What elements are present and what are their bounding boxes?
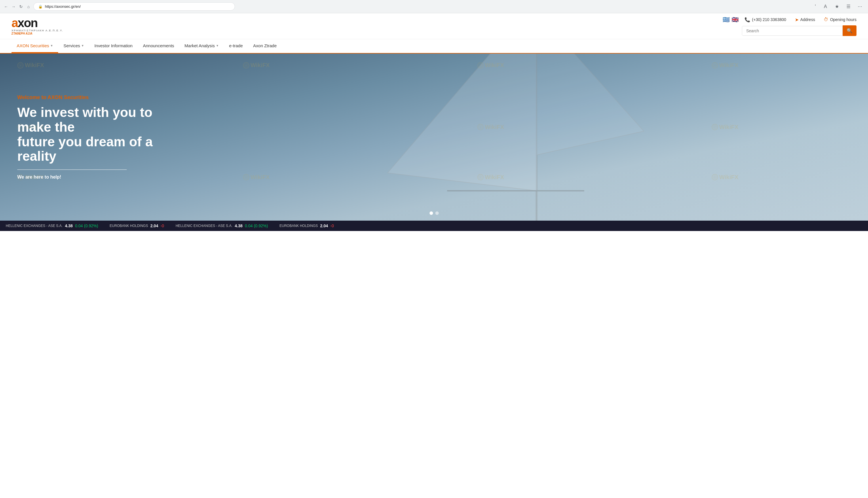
phone-icon: 📞 bbox=[745, 17, 750, 23]
phone-number: (+30) 210 3363800 bbox=[752, 17, 786, 22]
navbar: AXON Securities ▼ Services ▼ Investor In… bbox=[0, 39, 868, 54]
refresh-button[interactable]: ↻ bbox=[18, 4, 24, 9]
nav-etrade-label: e-trade bbox=[229, 43, 243, 48]
ticker-change-1: 0.04 (0.92%) bbox=[75, 223, 98, 228]
search-input[interactable] bbox=[742, 26, 842, 36]
logo-a: a bbox=[12, 16, 17, 30]
forward-button[interactable]: → bbox=[11, 4, 16, 9]
ticker-name-2-dup: EUROBANK HOLDINGS bbox=[280, 224, 318, 228]
ticker-item-1: HELLENIC EXCHANGES - ASE S.A. 4.38 0.04 … bbox=[6, 223, 98, 228]
ticker-item-2-dup: EUROBANK HOLDINGS 2.04 -0 bbox=[280, 223, 334, 228]
nav-announcements[interactable]: Announcements bbox=[138, 39, 179, 53]
ticker-scroll: HELLENIC EXCHANGES - ASE S.A. 4.38 0.04 … bbox=[6, 223, 334, 228]
collections-button[interactable]: ☰ bbox=[844, 2, 853, 11]
logo-brand[interactable]: axon bbox=[12, 17, 63, 29]
nav-ztrade-label: Axon Ztrade bbox=[253, 43, 277, 48]
english-flag[interactable]: 🇬🇧 bbox=[732, 16, 739, 23]
ticker-price-1: 4.38 bbox=[65, 223, 72, 228]
ticker-item-1-dup: HELLENIC EXCHANGES - ASE S.A. 4.38 0.04 … bbox=[176, 223, 268, 228]
ticker-name-2: EUROBANK HOLDINGS bbox=[110, 224, 148, 228]
nav-axon-ztrade[interactable]: Axon Ztrade bbox=[248, 39, 282, 53]
browser-actions: ︐ A ★ ☰ ⋯ bbox=[809, 2, 865, 11]
search-area: 🔍 bbox=[742, 25, 856, 36]
back-button[interactable]: ← bbox=[3, 4, 9, 9]
hero-subtitle: We are here to help! bbox=[17, 174, 184, 180]
nav-market-dropdown-icon: ▼ bbox=[216, 44, 219, 47]
search-input-wrap bbox=[742, 26, 843, 36]
hero-section: WikiFX WikiFX WikiFX WikiFX WikiFX WikiF… bbox=[0, 54, 868, 221]
nav-investor-information[interactable]: Investor Information bbox=[89, 39, 138, 53]
nav-announcements-label: Announcements bbox=[143, 43, 174, 48]
hero-title: We invest with you to make the future yo… bbox=[17, 105, 184, 163]
carousel-dots bbox=[429, 211, 439, 215]
phone-contact[interactable]: 📞 (+30) 210 3363800 bbox=[745, 17, 786, 23]
address-label: Address bbox=[800, 17, 815, 22]
carousel-dot-1[interactable] bbox=[429, 211, 433, 215]
home-button[interactable]: ⌂ bbox=[26, 4, 31, 9]
ticker-bar: HELLENIC EXCHANGES - ASE S.A. 4.38 0.04 … bbox=[0, 221, 868, 231]
logo-tagline: ΣΤΑΘΕΡΗ ΑΞΙΑ bbox=[12, 32, 63, 35]
address-contact[interactable]: ➤ Address bbox=[795, 17, 815, 23]
ticker-change-2-dup: -0 bbox=[330, 223, 334, 228]
reader-mode-button[interactable]: ︐ bbox=[809, 2, 818, 11]
logo-xon: xon bbox=[17, 16, 37, 30]
more-button[interactable]: ⋯ bbox=[855, 2, 865, 11]
hero-title-line2: future you dream of a reality bbox=[17, 134, 152, 164]
language-switcher[interactable]: 🇬🇷 🇬🇧 bbox=[723, 16, 739, 23]
search-button[interactable]: 🔍 bbox=[843, 25, 856, 36]
nav-etrade[interactable]: e-trade bbox=[224, 39, 248, 53]
top-bar: axon ΧΡΗΜΑΤΙΣΤΗΡΙΑΚΗ Α.Ε.Π.Ε.Υ. ΣΤΑΘΕΡΗ … bbox=[0, 13, 868, 39]
hours-label: Opening hours bbox=[830, 17, 856, 22]
hero-title-line1: We invest with you to make the bbox=[17, 105, 152, 134]
top-right-area: 🇬🇷 🇬🇧 📞 (+30) 210 3363800 ➤ Address ⏱ Op… bbox=[723, 16, 856, 36]
ticker-change-2: -0 bbox=[160, 223, 164, 228]
nav-market-analysis[interactable]: Market Analysis ▼ bbox=[179, 39, 224, 53]
ticker-price-2-dup: 2.04 bbox=[320, 223, 328, 228]
greek-flag[interactable]: 🇬🇷 bbox=[723, 16, 730, 23]
ticker-item-2: EUROBANK HOLDINGS 2.04 -0 bbox=[110, 223, 164, 228]
clock-icon: ⏱ bbox=[824, 17, 828, 22]
nav-market-analysis-label: Market Analysis bbox=[185, 43, 215, 48]
nav-services-dropdown-icon: ▼ bbox=[81, 44, 84, 47]
ticker-change-1-dup: 0.04 (0.92%) bbox=[245, 223, 268, 228]
hours-contact[interactable]: ⏱ Opening hours bbox=[824, 17, 856, 22]
translate-button[interactable]: A bbox=[821, 2, 830, 11]
ticker-price-2: 2.04 bbox=[150, 223, 158, 228]
contact-row: 📞 (+30) 210 3363800 ➤ Address ⏱ Opening … bbox=[745, 17, 856, 23]
nav-services-label: Services bbox=[63, 43, 80, 48]
browser-chrome: ← → ↻ ⌂ 🔒 https://axonsec.gr/en/ ︐ A ★ ☰… bbox=[0, 0, 868, 13]
nav-investor-label: Investor Information bbox=[94, 43, 133, 48]
logo-subtitle: ΧΡΗΜΑΤΙΣΤΗΡΙΑΚΗ Α.Ε.Π.Ε.Υ. bbox=[12, 29, 63, 32]
location-icon: ➤ bbox=[795, 17, 799, 23]
nav-services[interactable]: Services ▼ bbox=[58, 39, 89, 53]
nav-axon-dropdown-icon: ▼ bbox=[50, 44, 53, 47]
ticker-price-1-dup: 4.38 bbox=[235, 223, 242, 228]
url-text: https://axonsec.gr/en/ bbox=[45, 4, 81, 9]
hero-content: Welcome to AXON Securities We invest wit… bbox=[0, 94, 201, 180]
nav-axon-securities[interactable]: AXON Securities ▼ bbox=[12, 39, 58, 53]
logo-area: axon ΧΡΗΜΑΤΙΣΤΗΡΙΑΚΗ Α.Ε.Π.Ε.Υ. ΣΤΑΘΕΡΗ … bbox=[12, 17, 63, 35]
hero-tagline: Welcome to AXON Securities bbox=[17, 94, 184, 101]
lock-icon: 🔒 bbox=[38, 4, 43, 9]
ticker-name-1-dup: HELLENIC EXCHANGES - ASE S.A. bbox=[176, 224, 232, 228]
nav-axon-securities-label: AXON Securities bbox=[17, 43, 49, 48]
address-bar[interactable]: 🔒 https://axonsec.gr/en/ bbox=[34, 2, 235, 11]
favorites-button[interactable]: ★ bbox=[832, 2, 842, 11]
hero-divider bbox=[17, 169, 127, 170]
ticker-name-1: HELLENIC EXCHANGES - ASE S.A. bbox=[6, 224, 63, 228]
carousel-dot-2[interactable] bbox=[435, 211, 439, 215]
